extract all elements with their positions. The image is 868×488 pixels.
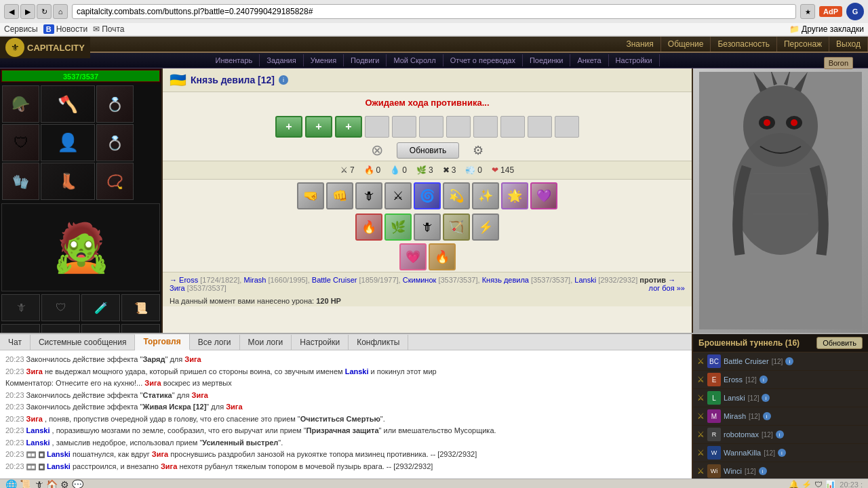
subnav-transfers[interactable]: Отчет о переводах — [443, 54, 523, 66]
nav-logout[interactable]: Выход — [829, 37, 868, 52]
equip-slot-boots[interactable]: 👢 — [41, 163, 95, 200]
address-bar[interactable] — [72, 4, 796, 19]
equip-slot-armor[interactable]: 🛡 — [2, 124, 39, 161]
bookmark-news[interactable]: В Новости — [43, 24, 87, 34]
action-slot-4[interactable] — [446, 116, 471, 138]
skill-slot-6[interactable]: 💫 — [443, 182, 470, 209]
subnav-settings[interactable]: Настройки — [609, 54, 660, 66]
skill-slot-7[interactable]: ✨ — [472, 182, 499, 209]
action-slot-1[interactable] — [365, 116, 389, 138]
skill-slot-3[interactable]: 🗡 — [355, 182, 382, 209]
player-ziga[interactable]: Зига — [170, 284, 185, 292]
skill-slot-r2-1[interactable]: 🔥 — [355, 214, 382, 241]
action-slot-8[interactable] — [555, 116, 579, 138]
item-slot-7[interactable] — [81, 324, 120, 333]
chat-player-ziga3[interactable]: Зига — [144, 379, 161, 387]
subnav-quests[interactable]: Задания — [260, 54, 303, 66]
action-slot-2[interactable] — [392, 116, 416, 138]
battle-log-link[interactable]: лог боя »» — [649, 284, 685, 292]
tunnel-name-wannakilla[interactable]: WannaKilla — [724, 449, 761, 457]
action-btn-plus1[interactable]: + — [275, 116, 302, 138]
forward-button[interactable]: ▶ — [20, 4, 35, 19]
chat-player-ziga5[interactable]: Зига — [226, 403, 242, 411]
bookmark-mail[interactable]: ✉ Почта — [93, 24, 124, 34]
chat-tab-settings[interactable]: Настройки — [292, 335, 349, 350]
nav-security[interactable]: Безопасность — [711, 37, 777, 52]
action-slot-7[interactable] — [528, 116, 552, 138]
nav-character[interactable]: Персонаж — [777, 37, 829, 52]
tunnel-name-lanski[interactable]: Lanski — [724, 394, 745, 402]
item-slot-5[interactable]: 21 — [1, 324, 40, 333]
skill-slot-r2-4[interactable]: 🏹 — [443, 214, 470, 241]
subnav-inventory[interactable]: Инвентарь — [208, 54, 260, 66]
chat-tab-system[interactable]: Системные сообщения — [31, 335, 136, 350]
skill-slot-2[interactable]: 👊 — [326, 182, 353, 209]
equip-slot-weapon[interactable]: 🪓 — [41, 85, 95, 123]
nav-communication[interactable]: Общение — [661, 37, 711, 52]
equip-slot-amulet[interactable]: 📿 — [96, 163, 134, 200]
action-slot-5[interactable] — [473, 116, 498, 138]
refresh-button[interactable]: ↻ — [37, 4, 52, 19]
player-eross[interactable]: Eross — [179, 276, 198, 284]
player-lanski[interactable]: Lanski — [574, 276, 596, 284]
chat-tab-alllogs[interactable]: Все логи — [190, 335, 240, 350]
other-bookmarks[interactable]: 📁 Другие закладки — [789, 24, 864, 34]
equip-slot-helmet[interactable]: 🪖 — [2, 85, 39, 123]
profile-button[interactable]: G — [846, 3, 864, 20]
chat-player-ziga1[interactable]: Зига — [184, 355, 201, 363]
chat-player-lanski1[interactable]: Lanski — [345, 367, 369, 375]
chat-player-ziga4[interactable]: Зига — [192, 391, 208, 399]
action-btn-plus2[interactable]: + — [305, 116, 332, 138]
tunnel-name-battlecruiser[interactable]: Battle Cruiser — [724, 357, 769, 365]
skill-slot-r2-2[interactable]: 🌿 — [384, 214, 412, 241]
action-slot-3[interactable] — [419, 116, 443, 138]
player-battlecruiser[interactable]: Battle Cruiser — [312, 276, 357, 284]
tunnel-name-robotomax[interactable]: robotomax — [724, 430, 759, 439]
chat-tab-mylogs[interactable]: Мои логи — [240, 335, 292, 350]
chat-player-ziga7[interactable]: Зига — [152, 450, 168, 458]
subnav-duels[interactable]: Поединки — [523, 54, 571, 66]
cancel-icon[interactable]: ⊗ — [371, 142, 383, 159]
item-slot-6[interactable] — [41, 324, 80, 333]
skill-slot-8[interactable]: 🌟 — [501, 182, 528, 209]
skill-slot-4[interactable]: ⚔ — [384, 182, 412, 209]
chat-tab-trade[interactable]: Торговля — [135, 334, 189, 350]
chat-player-ziga6[interactable]: Зига — [26, 415, 43, 423]
tunnel-name-eross[interactable]: Eross — [724, 375, 743, 384]
item-slot-3[interactable]: 🧪 — [81, 294, 120, 321]
skill-slot-1[interactable]: 🤜 — [297, 182, 324, 209]
settings-gear-icon[interactable]: ⚙ — [473, 143, 484, 158]
tunnel-update-button[interactable]: Обновить — [816, 337, 863, 349]
player-skiminok[interactable]: Скиминок — [403, 276, 437, 284]
chat-player-lanski5[interactable]: Lanski — [47, 462, 71, 470]
equip-slot-ring2[interactable]: 💍 — [96, 124, 134, 161]
skill-slot-r2-3[interactable]: 🗡 — [414, 214, 441, 241]
skill-slot-r2-5[interactable]: ⚡ — [472, 214, 499, 241]
tunnel-name-mirash[interactable]: Mirash — [724, 412, 746, 420]
skill-slot-5[interactable]: 🌀 — [414, 182, 441, 209]
adp-button[interactable]: АdP — [819, 6, 842, 17]
chat-player-lanski2[interactable]: Lanski — [26, 426, 50, 434]
player-mirash[interactable]: Mirash — [243, 276, 266, 284]
subnav-profile[interactable]: Анкета — [570, 54, 608, 66]
chat-player-ziga8[interactable]: Зига — [161, 462, 177, 470]
info-badge[interactable]: i — [279, 75, 288, 85]
back-button[interactable]: ◀ — [4, 4, 19, 19]
subnav-achievements[interactable]: Подвиги — [344, 54, 387, 66]
bookmark-services[interactable]: Сервисы — [4, 24, 38, 34]
player-knyaz[interactable]: Князь девила — [482, 276, 529, 284]
chat-tab-conflicts[interactable]: Конфликты — [349, 335, 408, 350]
skill-slot-r3-2[interactable]: 🔥 — [429, 243, 456, 270]
item-slot-1[interactable]: 🗡 — [1, 294, 40, 321]
update-button[interactable]: Обновить — [397, 142, 459, 159]
home-button[interactable]: ⌂ — [53, 4, 68, 19]
equip-slot-ring1[interactable]: 💍 — [96, 85, 134, 123]
skill-slot-r3-1[interactable]: 💗 — [399, 243, 427, 270]
action-slot-6[interactable] — [500, 116, 525, 138]
skill-slot-9[interactable]: 💜 — [530, 182, 557, 209]
item-slot-8[interactable] — [121, 324, 160, 333]
subnav-scroll[interactable]: Мой Скролл — [387, 54, 443, 66]
item-slot-2[interactable]: 🛡 — [41, 294, 80, 321]
bookmark-star[interactable]: ★ — [800, 4, 815, 19]
subnav-skills[interactable]: Умения — [304, 54, 344, 66]
